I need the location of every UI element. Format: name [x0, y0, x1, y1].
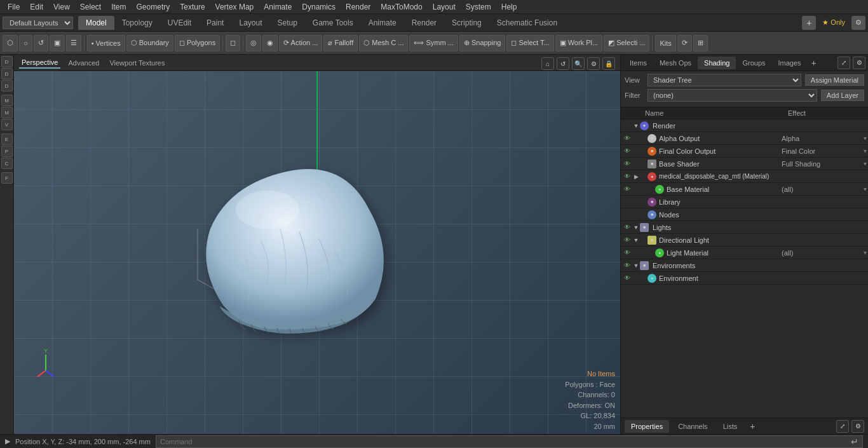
layout-tab-render[interactable]: Render [404, 16, 444, 30]
tree-item-environment[interactable]: 👁 ● Environment [621, 272, 868, 285]
left-tool-4[interactable]: M [1, 95, 13, 106]
menu-view[interactable]: View [48, 1, 75, 13]
layout-tab-setup[interactable]: Setup [269, 16, 304, 30]
action-button[interactable]: ⟳ Action ... [279, 35, 322, 51]
rp-add-tab-button[interactable]: + [808, 55, 820, 71]
menu-help[interactable]: Help [496, 1, 522, 13]
left-tool-1[interactable]: D [1, 56, 13, 67]
layout-tab-uvedit[interactable]: UVEdit [160, 16, 199, 30]
bp-tab-properties[interactable]: Properties [625, 420, 669, 433]
settings-button[interactable]: ⚙ [851, 16, 865, 30]
layout-tab-model[interactable]: Model [78, 16, 114, 30]
status-triangle[interactable]: ▶ [5, 437, 10, 445]
expand-lightmtl[interactable] [632, 248, 640, 258]
filter-select[interactable]: (none) [648, 89, 817, 102]
eye-environments[interactable]: 👁 [622, 261, 632, 271]
tree-item-render[interactable]: 👁 ▼ ● Render [621, 119, 868, 132]
rp-settings-btn[interactable]: ⚙ [853, 57, 865, 69]
kits-button[interactable]: Kits [655, 35, 675, 51]
menu-file[interactable]: File [3, 1, 25, 13]
vertices-button[interactable]: • Vertices [87, 35, 125, 51]
expand-button[interactable]: ⊞ [693, 35, 708, 51]
layout-dropdown[interactable]: Default Layouts [3, 17, 73, 29]
arrow-baseshader[interactable]: ▾ [858, 160, 867, 167]
vp-search-btn[interactable]: 🔍 [572, 57, 585, 70]
arrow-finalcolor[interactable]: ▾ [858, 147, 867, 154]
refresh-button[interactable]: ⟳ [677, 35, 692, 51]
circle-btn[interactable]: ○ [19, 35, 32, 51]
tree-item-material[interactable]: 👁 ▶ ● medical_disposable_cap_mtl (Materi… [621, 170, 868, 183]
mesh-c-button[interactable]: ⬡ Mesh C ... [359, 35, 408, 51]
shader-tree-select[interactable]: Shader Tree [648, 74, 801, 86]
list-btn[interactable]: ☰ [66, 35, 81, 51]
left-tool-2[interactable]: D [1, 68, 13, 79]
arrow-basemtl[interactable]: ▾ [858, 186, 867, 193]
eye-lightmtl[interactable]: 👁 [622, 248, 632, 258]
layout-tab-paint[interactable]: Paint [199, 16, 231, 30]
falloff-button[interactable]: ⌀ Falloff [323, 35, 358, 51]
tree-item-basemtl[interactable]: 👁 ● Base Material (all) ▾ [621, 183, 868, 196]
selecti-button[interactable]: ◩ Selecti ... [604, 35, 649, 51]
left-tool-5[interactable]: M [1, 107, 13, 118]
eye-alpha[interactable]: 👁 [622, 133, 632, 144]
eye-baseshader[interactable]: 👁 [622, 159, 632, 169]
eye-basemtl[interactable]: 👁 [622, 184, 632, 194]
expand-basemtl[interactable] [632, 184, 640, 194]
layout-tab-schematic[interactable]: Schematic Fusion [489, 16, 565, 30]
enter-icon[interactable]: ↵ [851, 437, 858, 447]
rp-tab-images[interactable]: Images [772, 57, 808, 69]
expand-library[interactable] [632, 197, 640, 207]
command-input-field[interactable] [160, 438, 851, 445]
rp-tab-mesh-ops[interactable]: Mesh Ops [653, 57, 698, 69]
left-tool-7[interactable]: E [1, 133, 13, 145]
expand-alpha[interactable] [632, 133, 640, 144]
view2-circle-btn[interactable]: ◉ [262, 35, 278, 51]
expand-finalcolor[interactable] [632, 146, 640, 156]
vp-home-btn[interactable]: ⌂ [541, 57, 554, 70]
rp-tab-items[interactable]: Items [623, 57, 653, 69]
eye-lights[interactable]: 👁 [622, 222, 632, 233]
snapping-button[interactable]: ⊕ Snapping [459, 35, 506, 51]
tree-item-environments[interactable]: 👁 ▼ ■ Environments [621, 259, 868, 272]
vp-lock-btn[interactable]: 🔒 [602, 57, 615, 70]
eye-finalcolor[interactable]: 👁 [622, 146, 632, 156]
symm-button[interactable]: ⟺ Symm ... [409, 35, 458, 51]
tree-item-alpha[interactable]: 👁 ■ Alpha Output Alpha ▾ [621, 132, 868, 145]
eye-environment[interactable]: 👁 [622, 273, 632, 283]
layout-tab-gametools[interactable]: Game Tools [305, 16, 361, 30]
expand-lights[interactable]: ▼ [632, 222, 640, 233]
expand-render[interactable]: ▼ [632, 121, 640, 131]
menu-dynamics[interactable]: Dynamics [297, 1, 341, 13]
eye-dirlight[interactable]: 👁 [622, 235, 632, 245]
bp-add-tab-button[interactable]: + [746, 419, 759, 434]
tree-item-baseshader[interactable]: 👁 ■ Base Shader Full Shading ▾ [621, 158, 868, 170]
layout-tab-animate[interactable]: Animate [361, 16, 404, 30]
work-pl-button[interactable]: ▣ Work Pl... [555, 35, 603, 51]
menu-maxtomodo[interactable]: MaxToModo [376, 1, 427, 13]
menu-item[interactable]: Item [106, 1, 131, 13]
add-layer-button[interactable]: Add Layer [821, 90, 864, 101]
rp-expand-btn[interactable]: ⤢ [837, 57, 850, 69]
tree-item-nodes[interactable]: 👁 ■ Nodes [621, 208, 868, 221]
bp-expand-btn[interactable]: ⤢ [836, 420, 849, 433]
bp-settings-btn[interactable]: ⚙ [851, 420, 864, 433]
menu-vertex-map[interactable]: Vertex Map [210, 1, 259, 13]
tree-item-lightmtl[interactable]: 👁 ● Light Material (all) ▾ [621, 247, 868, 259]
viewport-tab-advanced[interactable]: Advanced [65, 58, 102, 68]
menu-system[interactable]: System [461, 1, 496, 13]
viewport-canvas[interactable]: X Z Y No Items Polygons : Face Channels:… [14, 71, 620, 434]
boundary-button[interactable]: ⬡ Boundary [126, 35, 173, 51]
expand-environment[interactable] [632, 273, 640, 283]
menu-animate[interactable]: Animate [259, 1, 297, 13]
add-layout-button[interactable]: + [802, 16, 816, 30]
rp-tab-shading[interactable]: Shading [698, 57, 736, 69]
expand-environments[interactable]: ▼ [632, 261, 640, 271]
menu-edit[interactable]: Edit [25, 1, 48, 13]
tree-item-library[interactable]: 👁 ■ Library [621, 196, 868, 208]
left-tool-8[interactable]: P [1, 146, 13, 157]
expand-baseshader[interactable] [632, 159, 640, 169]
vp-rotate-btn[interactable]: ↺ [557, 57, 569, 70]
left-tool-3[interactable]: D [1, 80, 13, 92]
viewport-tab-perspective[interactable]: Perspective [19, 57, 60, 69]
select-t-button[interactable]: ◻ Select T... [506, 35, 553, 51]
